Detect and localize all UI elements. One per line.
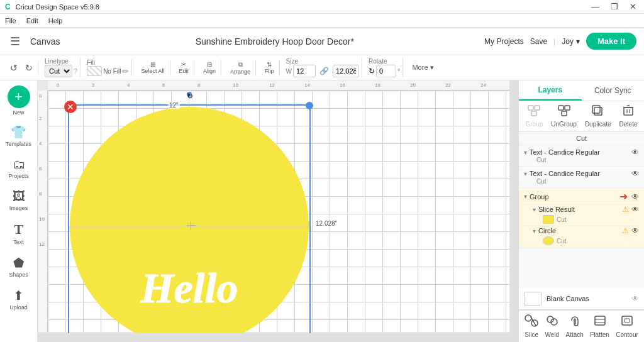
group-button[interactable]: Group	[526, 105, 543, 128]
layer-text1-arrow[interactable]: ▾	[524, 149, 527, 156]
layer-slice-row: ▾ Slice Result ⚠ 👁	[533, 205, 639, 214]
ungroup-button[interactable]: UnGroup	[551, 105, 577, 128]
sidebar-item-shapes[interactable]: ⬟ Shapes	[3, 251, 35, 282]
layer-circle-arrow[interactable]: ▾	[533, 228, 536, 234]
attach-label: Attach	[566, 331, 584, 338]
layer-slice-swatch[interactable]	[543, 215, 554, 224]
delete-element-button[interactable]: ✕	[64, 101, 77, 113]
layer-text1-eye[interactable]: 👁	[631, 148, 639, 157]
app-title: Cricut Design Space v5.9.8	[16, 3, 589, 11]
undo-button[interactable]: ↺	[8, 62, 20, 74]
menu-edit[interactable]: Edit	[26, 17, 38, 25]
linetype-select[interactable]: Cut	[45, 65, 72, 77]
make-it-button[interactable]: Make It	[586, 33, 636, 50]
maximize-button[interactable]: ❐	[608, 2, 621, 11]
blank-canvas-label: Blank Canvas	[547, 295, 626, 302]
minimize-button[interactable]: —	[589, 2, 602, 11]
align-label: Align	[203, 68, 216, 74]
attach-button[interactable]: Attach	[566, 314, 584, 338]
layer-circle-swatch[interactable]	[543, 236, 554, 245]
scrollbar-horizontal[interactable]	[38, 333, 509, 342]
align-button[interactable]: ⊟ Align	[201, 60, 218, 75]
layer-text2-arrow[interactable]: ▾	[524, 170, 527, 177]
size-group: Size W 🔗	[284, 58, 362, 77]
pencil-icon[interactable]: ✏	[122, 67, 129, 76]
duplicate-button[interactable]: Duplicate	[585, 105, 611, 128]
layer-group-eye[interactable]: 👁	[631, 192, 639, 201]
fill-swatch[interactable]	[87, 66, 102, 76]
layer-circle[interactable]: ▾ Circle ⚠ 👁 Cut	[524, 226, 639, 245]
left-sidebar: + New 👕 Templates 🗂 Projects 🖼 Images T …	[0, 80, 38, 342]
layer-group-arrow[interactable]: ▾	[524, 193, 527, 200]
linetype-help-icon[interactable]: ?	[74, 67, 77, 75]
close-button[interactable]: ✕	[627, 2, 639, 11]
sidebar-item-text[interactable]: T Text	[3, 218, 35, 249]
layer-slice-result[interactable]: ▾ Slice Result ⚠ 👁 Cut	[524, 204, 639, 224]
weld-button[interactable]: Weld	[545, 314, 560, 338]
layers-list: Cut ▾ Text - Candice Regular 👁 Cut ▾ Tex…	[519, 132, 644, 288]
blank-canvas-eye[interactable]: 👁	[631, 294, 639, 303]
layer-slice-eye[interactable]: 👁	[631, 205, 639, 214]
canvas-height-label: 12.028"	[314, 220, 338, 227]
svg-rect-22	[595, 316, 605, 325]
tab-layers[interactable]: Layers	[519, 80, 582, 101]
window-controls: — ❐ ✕	[589, 2, 639, 11]
layer-text1-name: Text - Candice Regular	[530, 148, 629, 156]
layer-slice-sub: Cut	[557, 216, 567, 223]
more-button[interactable]: More ▾	[409, 62, 436, 73]
undo-redo-group: ↺ ↻	[5, 62, 38, 74]
blank-canvas-swatch[interactable]	[524, 292, 541, 306]
layer-text2[interactable]: ▾ Text - Candice Regular 👁 Cut	[519, 167, 644, 188]
rotate-icon: ↻	[369, 67, 375, 75]
ruler-h-0: 0	[57, 82, 59, 88]
sidebar-item-images[interactable]: 🖼 Images	[3, 185, 35, 215]
size-h-input[interactable]	[333, 65, 359, 77]
save-button[interactable]: Save	[530, 37, 547, 46]
handle-top-right[interactable]	[306, 102, 313, 109]
rotate-input[interactable]	[376, 65, 396, 77]
rotate-handle[interactable]: ↻	[186, 91, 193, 98]
arrange-button[interactable]: ⧉ Arrange	[228, 60, 253, 76]
sidebar-item-projects[interactable]: 🗂 Projects	[3, 153, 35, 183]
slice-button[interactable]: Slice	[525, 314, 538, 338]
ruler-h-4: 4	[127, 82, 130, 88]
templates-icon: 👕	[11, 124, 26, 140]
delete-layer-button[interactable]: Delete	[619, 105, 638, 128]
scrollbar-vertical[interactable]	[509, 80, 518, 342]
contour-button[interactable]: Contour	[616, 314, 638, 338]
hamburger-menu[interactable]: ☰	[8, 33, 23, 50]
flatten-button[interactable]: Flatten	[590, 314, 609, 338]
user-menu-button[interactable]: Joy ▾	[562, 37, 580, 46]
group-icon	[528, 105, 540, 119]
layer-text2-sub: Cut	[524, 178, 639, 185]
size-w-input[interactable]	[293, 65, 316, 77]
sidebar-item-upload[interactable]: ⬆ Upload	[3, 284, 35, 314]
layer-slice-arrow[interactable]: ▾	[533, 206, 536, 213]
shapes-icon: ⬟	[13, 255, 24, 270]
redo-button[interactable]: ↻	[23, 62, 35, 74]
red-arrow-annotation: ➜	[619, 190, 628, 202]
menu-help[interactable]: Help	[48, 17, 63, 25]
layer-group[interactable]: ▾ Group ➜ 👁 ▾ Slice Result ⚠ 👁	[519, 188, 644, 248]
select-all-button[interactable]: ⊞ Select All	[138, 60, 167, 75]
tab-color-sync[interactable]: Color Sync	[582, 80, 645, 101]
size-link-button[interactable]: 🔗	[317, 65, 331, 77]
my-projects-button[interactable]: My Projects	[484, 37, 524, 46]
menu-file[interactable]: File	[5, 17, 16, 25]
svg-rect-5	[535, 106, 540, 110]
layer-circle-eye[interactable]: 👁	[631, 226, 639, 235]
degree-symbol: °	[397, 67, 400, 75]
svg-point-17	[525, 315, 531, 321]
flip-button[interactable]: ⇅ Flip	[262, 60, 277, 75]
new-button[interactable]: + New	[8, 86, 30, 116]
contour-icon	[620, 314, 634, 330]
layer-text1[interactable]: ▾ Text - Candice Regular 👁 Cut	[519, 145, 644, 167]
ruler-h-16: 16	[340, 82, 345, 88]
edit-button[interactable]: ✂ Edit	[177, 60, 192, 75]
images-icon: 🖼	[13, 189, 25, 204]
layer-text2-eye[interactable]: 👁	[631, 169, 639, 178]
sidebar-item-templates[interactable]: 👕 Templates	[3, 121, 35, 151]
layer-text2-name: Text - Candice Regular	[530, 170, 629, 177]
app-logo: C	[5, 3, 11, 11]
size-w-label: W	[286, 68, 292, 75]
